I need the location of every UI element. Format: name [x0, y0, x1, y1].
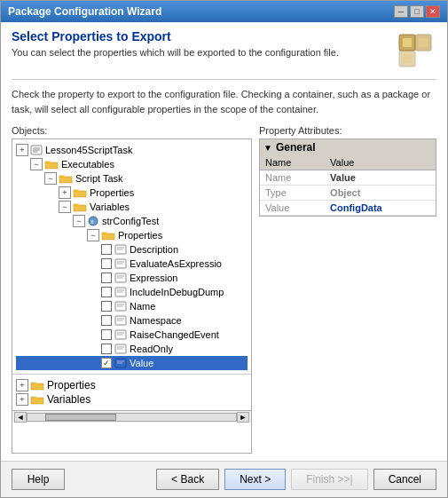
label-includeindebug: IncludeInDebugDump	[130, 287, 224, 297]
tree-item-value[interactable]: Value	[16, 356, 248, 370]
property-attributes-panel: ▼ General Name Value Na	[259, 138, 436, 217]
tree-item-lesson45[interactable]: + Lesson45ScriptTask	[16, 143, 248, 157]
label-variables: Variables	[90, 202, 130, 212]
label-raisechanged: RaiseChangedEvent	[130, 329, 219, 340]
title-bar: Package Configuration Wizard ─ □ ✕	[1, 1, 447, 22]
expander-scripttask[interactable]: −	[44, 172, 57, 185]
tree-item-properties2[interactable]: − Properties	[16, 228, 248, 242]
svg-rect-5	[403, 54, 412, 63]
tree-item-namespace[interactable]: Namespace	[16, 313, 248, 328]
bottom-tree: + Properties + Variables	[12, 374, 251, 410]
prop-value-label: Value	[260, 201, 325, 216]
tree-item-variables-bottom[interactable]: + Variables	[16, 392, 248, 407]
folder-icon-scripttask	[59, 173, 73, 184]
expander-properties-bottom[interactable]: +	[16, 379, 28, 391]
svg-text:x: x	[90, 218, 94, 225]
expander-variables-bottom[interactable]: +	[16, 393, 28, 406]
objects-tree-panel[interactable]: + Lesson45ScriptTask − Executables	[12, 138, 252, 454]
tree-item-readonly[interactable]: ReadOnly	[16, 342, 248, 356]
nav-buttons: < Back Next > Finish >>| Cancel	[156, 469, 436, 490]
tree-item-name[interactable]: Name	[16, 299, 248, 313]
cancel-button[interactable]: Cancel	[373, 469, 436, 490]
tree-item-evaluateas[interactable]: EvaluateAsExpressio	[16, 257, 248, 271]
close-button[interactable]: ✕	[426, 5, 440, 18]
folder-icon-properties1	[73, 187, 87, 198]
variable-icon-strconfigtest: x	[87, 215, 99, 227]
prop-name-value: Value	[325, 170, 436, 186]
property-attributes-label: Property Attributes:	[259, 125, 436, 136]
checkbox-value[interactable]	[101, 358, 112, 368]
page-title: Select Properties to Export	[12, 29, 339, 43]
checkbox-name[interactable]	[101, 301, 112, 312]
panels: Objects: + Lesson45ScriptTask −	[12, 125, 436, 454]
label-value: Value	[130, 358, 153, 368]
expander-strconfigtest[interactable]: −	[73, 215, 85, 227]
checkbox-evaluateas[interactable]	[101, 258, 112, 269]
folder-icon-executables	[44, 159, 59, 170]
checkbox-includeindebug[interactable]	[101, 287, 112, 297]
expander-lesson45[interactable]: +	[16, 144, 28, 156]
prop-icon-readonly	[114, 343, 127, 355]
checkbox-readonly[interactable]	[101, 344, 112, 354]
folder-icon-properties2	[101, 230, 115, 241]
expander-variables[interactable]: −	[59, 201, 71, 213]
back-button[interactable]: < Back	[156, 469, 219, 490]
minimize-button[interactable]: ─	[394, 5, 408, 18]
tree-item-raisechanged[interactable]: RaiseChangedEvent	[16, 328, 248, 342]
checkbox-description[interactable]	[101, 244, 112, 255]
hscroll-thumb[interactable]	[45, 414, 116, 421]
svg-rect-1	[403, 38, 412, 47]
checkbox-expression[interactable]	[101, 273, 112, 283]
scroll-left-btn[interactable]: ◄	[14, 412, 27, 423]
tree-item-properties1[interactable]: + Properties	[16, 186, 248, 200]
tree-item-properties-bottom[interactable]: + Properties	[16, 378, 248, 392]
prop-icon-value	[114, 357, 127, 369]
prop-icon-expression	[114, 272, 127, 284]
prop-type-label: Type	[260, 186, 325, 201]
tree-item-strconfigtest[interactable]: − x strConfigTest	[16, 214, 248, 228]
finish-button[interactable]: Finish >>|	[291, 469, 367, 490]
header-icon	[394, 29, 436, 72]
help-button[interactable]: Help	[12, 469, 65, 490]
next-button[interactable]: Next >	[224, 469, 286, 490]
expander-properties2[interactable]: −	[87, 229, 99, 241]
label-expression: Expression	[130, 273, 177, 283]
prop-section-expand-icon: ▼	[263, 143, 272, 153]
col-header-name: Name	[260, 155, 325, 170]
item-icon-lesson45	[30, 144, 43, 156]
tree-item-variables[interactable]: − Variables	[16, 200, 248, 214]
folder-icon-variables	[73, 202, 87, 212]
tree-item-scripttask[interactable]: − Script Task	[16, 171, 248, 186]
description-text: Check the property to export to the conf…	[12, 87, 436, 116]
label-evaluateas: EvaluateAsExpressio	[130, 258, 222, 269]
hscroll-track[interactable]	[27, 413, 237, 422]
checkbox-namespace[interactable]	[101, 315, 112, 326]
prop-row-type: Type Object	[260, 186, 436, 201]
prop-icon-raisechanged	[114, 328, 127, 341]
header-text: Select Properties to Export You can sele…	[12, 29, 339, 58]
label-description: Description	[130, 244, 178, 255]
expander-executables[interactable]: −	[30, 158, 43, 170]
maximize-button[interactable]: □	[410, 5, 424, 18]
hscrollbar[interactable]: ◄ ►	[12, 410, 251, 423]
label-name: Name	[130, 301, 155, 312]
label-executables: Executables	[61, 159, 114, 170]
label-scripttask: Script Task	[75, 173, 123, 184]
tree-item-includeindebug[interactable]: IncludeInDebugDump	[16, 285, 248, 299]
prop-section-general: ▼ General	[260, 139, 436, 155]
main-content: Select Properties to Export You can sele…	[1, 22, 447, 461]
prop-type-value: Object	[325, 186, 436, 201]
tree-item-description[interactable]: Description	[16, 242, 248, 257]
label-variables-bottom: Variables	[47, 393, 90, 406]
prop-icon-name	[114, 300, 127, 312]
label-strconfigtest: strConfigTest	[102, 216, 159, 226]
objects-tree: + Lesson45ScriptTask − Executables	[12, 139, 251, 374]
scroll-right-btn[interactable]: ►	[237, 412, 249, 423]
expander-properties1[interactable]: +	[59, 186, 71, 199]
header-section: Select Properties to Export You can sele…	[12, 29, 436, 80]
tree-item-executables[interactable]: − Executables	[16, 157, 248, 171]
wizard-window: Package Configuration Wizard ─ □ ✕ Selec…	[0, 0, 448, 498]
page-subtitle: You can select the properties which will…	[12, 47, 339, 58]
tree-item-expression[interactable]: Expression	[16, 271, 248, 285]
checkbox-raisechanged[interactable]	[101, 329, 112, 340]
